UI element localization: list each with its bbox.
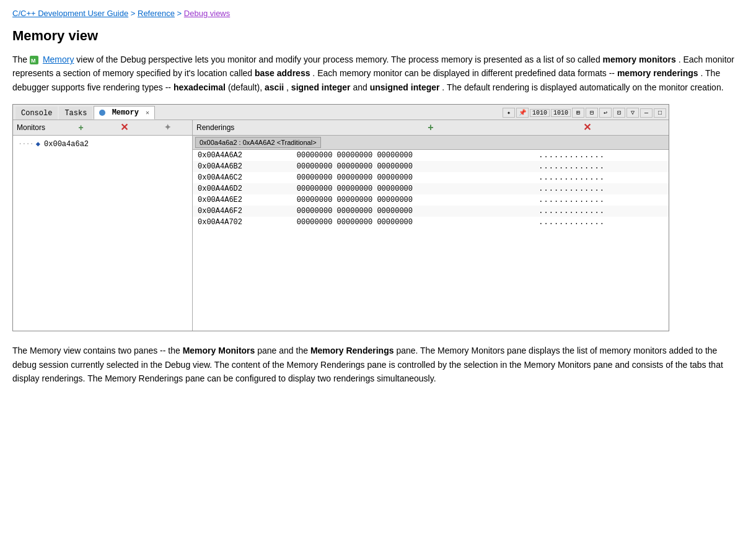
monitor-dots: ···· (18, 140, 33, 149)
intro-paragraph: The Memory view of the Debug perspective… (12, 53, 744, 94)
memory-hex: 00000000 00000000 00000000 (292, 183, 534, 194)
tab-memory[interactable]: Memory ✕ (94, 106, 155, 120)
memory-table-row: 0x00A4A6A2 00000000 00000000 00000000 ..… (193, 150, 669, 161)
toolbar-new-monitor[interactable]: ✦ (503, 108, 515, 118)
memory-renderings-pane-bold: Memory Renderings (310, 346, 394, 355)
toolbar-maximize[interactable]: □ (654, 108, 666, 118)
memory-table-row: 0x00A4A6C2 00000000 00000000 00000000 ..… (193, 172, 669, 183)
toolbar-reset[interactable]: ↩ (599, 108, 612, 118)
rendering-tab[interactable]: 0x00a4a6a2 : 0xA4A6A2 <Traditional> (195, 137, 321, 148)
memory-table-row: 0x00A4A702 00000000 00000000 00000000 ..… (193, 217, 669, 228)
and-text: and (353, 82, 369, 92)
memory-monitors-bold: memory monitors (603, 54, 676, 64)
intro-text-1f: (default), (228, 82, 265, 92)
breadcrumb-link-1[interactable]: C/C++ Development User Guide (12, 9, 128, 18)
monitors-list: ···· ◆ 0x00a4a6a2 (13, 136, 192, 331)
eclipse-toolbar: ✦ 📌 1010 1010 ⊞ ⊟ ↩ ⊡ ▽ — □ (503, 108, 666, 118)
tab-tasks-label: Tasks (64, 109, 87, 118)
memory-hex: 00000000 00000000 00000000 (292, 161, 534, 172)
renderings-pane: Renderings + ✕ 0x00a4a6a2 : 0xA4A6A2 <Tr… (193, 120, 669, 331)
monitors-label: Monitors (17, 123, 59, 132)
bottom-text-1a: The Memory view contains two panes -- th… (12, 346, 180, 355)
breadcrumb-link-2[interactable]: Reference (138, 9, 175, 18)
memory-table-row: 0x00A4A6E2 00000000 00000000 00000000 ..… (193, 194, 669, 206)
tab-tasks[interactable]: Tasks (59, 107, 92, 120)
intro-text-1d: . Each memory monitor can be displayed i… (312, 68, 615, 78)
monitors-pane: Monitors + ✕ ✦ ···· ◆ 0x00a4a6a2 (13, 120, 193, 331)
ascii-bold: ascii (265, 82, 284, 92)
memory-ascii: ............. (534, 194, 669, 206)
breadcrumb-sep-2: > (177, 9, 184, 18)
breadcrumb-current: Debug views (184, 9, 230, 18)
memory-addr: 0x00A4A702 (193, 217, 292, 228)
memory-hex: 00000000 00000000 00000000 (292, 206, 534, 217)
memory-table-row: 0x00A4A6D2 00000000 00000000 00000000 ..… (193, 183, 669, 194)
memory-addr: 0x00A4A6A2 (193, 150, 292, 161)
eclipse-body: Monitors + ✕ ✦ ···· ◆ 0x00a4a6a2 Renderi… (13, 120, 669, 331)
memory-table-container[interactable]: 0x00A4A6A2 00000000 00000000 00000000 ..… (193, 150, 669, 331)
toolbar-layout[interactable]: ⊡ (613, 108, 625, 118)
add-rendering-btn[interactable]: + (353, 123, 509, 133)
memory-ascii: ............. (534, 172, 669, 183)
renderings-bold: memory renderings (617, 68, 698, 78)
memory-icon (30, 56, 38, 64)
hex-bold: hexadecimal (174, 82, 226, 92)
monitor-item[interactable]: ···· ◆ 0x00a4a6a2 (15, 138, 190, 150)
memory-monitors-pane-bold: Memory Monitors (183, 346, 255, 355)
monitors-header: Monitors + ✕ ✦ (13, 120, 192, 136)
intro-text-1: The (12, 54, 27, 64)
main-content: C/C++ Development User Guide > Reference… (0, 0, 756, 540)
memory-hex: 00000000 00000000 00000000 (292, 217, 534, 228)
memory-ascii: ............. (534, 150, 669, 161)
memory-ascii: ............. (534, 217, 669, 228)
intro-text-1b: view of the Debug perspective lets you m… (76, 54, 600, 64)
memory-addr: 0x00A4A6C2 (193, 172, 292, 183)
bottom-text-1b: pane and the (257, 346, 308, 355)
toolbar-minimize[interactable]: — (640, 108, 653, 118)
monitor-address: 0x00a4a6a2 (44, 140, 89, 149)
memory-table: 0x00A4A6A2 00000000 00000000 00000000 ..… (193, 150, 669, 228)
toolbar-pin[interactable]: 📌 (516, 108, 529, 118)
remove-monitor-btn[interactable]: ✕ (103, 123, 146, 133)
tab-console-label: Console (21, 109, 52, 118)
breadcrumb-sep-1: > (131, 9, 138, 18)
memory-table-row: 0x00A4A6F2 00000000 00000000 00000000 ..… (193, 206, 669, 217)
memory-table-row: 0x00A4A6B2 00000000 00000000 00000000 ..… (193, 161, 669, 172)
breadcrumb: C/C++ Development User Guide > Reference… (12, 9, 744, 18)
remove-rendering-btn[interactable]: ✕ (509, 123, 665, 133)
memory-ascii: ............. (534, 206, 669, 217)
bottom-paragraph: The Memory view contains two panes -- th… (12, 344, 744, 385)
toolbar-dropdown[interactable]: ▽ (626, 108, 639, 118)
toolbar-counter-1: 1010 (530, 109, 550, 117)
renderings-header: Renderings + ✕ (193, 120, 669, 136)
base-address-bold: base address (255, 68, 310, 78)
tab-console[interactable]: Console (15, 107, 58, 120)
connect-monitor-btn[interactable]: ✦ (146, 123, 188, 133)
memory-addr: 0x00A4A6E2 (193, 194, 292, 206)
memory-ascii: ............. (534, 161, 669, 172)
unsigned-bold: unsigned integer (370, 82, 440, 92)
memory-addr: 0x00A4A6D2 (193, 183, 292, 194)
memory-tab-icon (99, 110, 105, 116)
toolbar-counter-2: 1010 (551, 109, 571, 117)
memory-hex: 00000000 00000000 00000000 (292, 172, 534, 183)
toolbar-add-col[interactable]: ⊞ (572, 108, 584, 118)
memory-link[interactable]: Memory (43, 54, 74, 64)
memory-addr: 0x00A4A6B2 (193, 161, 292, 172)
eclipse-tab-bar: Console Tasks Memory ✕ ✦ 📌 1010 1010 ⊞ ⊟… (13, 105, 669, 120)
signed-bold: signed integer (291, 82, 351, 92)
tab-memory-label: Memory (112, 108, 139, 117)
intro-text-1g: . The default rendering is displayed aut… (442, 82, 723, 92)
rendering-tab-bar: 0x00a4a6a2 : 0xA4A6A2 <Traditional> (193, 136, 669, 150)
add-monitor-btn[interactable]: + (60, 123, 102, 133)
memory-ascii: ............. (534, 183, 669, 194)
memory-addr: 0x00A4A6F2 (193, 206, 292, 217)
page-title: Memory view (12, 28, 744, 44)
tab-close-icon[interactable]: ✕ (146, 110, 149, 116)
toolbar-grid[interactable]: ⊟ (586, 108, 598, 118)
eclipse-window: Console Tasks Memory ✕ ✦ 📌 1010 1010 ⊞ ⊟… (12, 104, 669, 331)
monitor-diamond-icon: ◆ (36, 139, 40, 149)
memory-hex: 00000000 00000000 00000000 (292, 194, 534, 206)
renderings-label: Renderings (196, 123, 352, 132)
memory-hex: 00000000 00000000 00000000 (292, 150, 534, 161)
